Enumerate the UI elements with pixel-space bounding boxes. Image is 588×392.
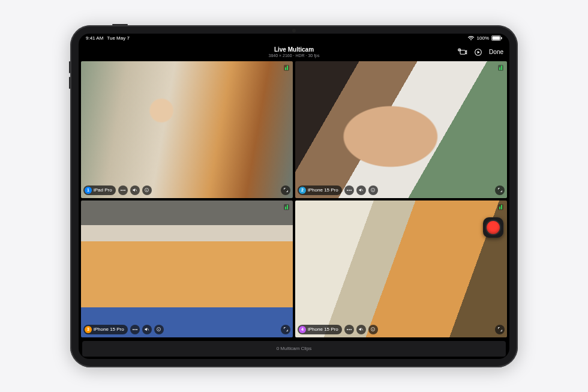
camera-feed-3[interactable]: 3 iPhone 15 Pro	[81, 201, 293, 337]
info-button[interactable]	[368, 325, 378, 334]
info-button[interactable]	[142, 185, 152, 195]
multicam-clips-bar[interactable]: 0 Multicam Clips	[82, 341, 506, 357]
play-button[interactable]	[473, 47, 483, 57]
feed-index-badge: 2	[299, 187, 306, 194]
ipad-device-frame: 9:41 AM Tue May 7 100% Live Multicam 384…	[70, 25, 518, 367]
front-camera-dot	[292, 29, 296, 32]
status-time: 9:41 AM	[86, 35, 103, 41]
mute-button[interactable]	[356, 185, 366, 195]
expand-feed-button[interactable]	[495, 325, 505, 334]
svg-line-9	[362, 189, 363, 191]
audio-level-indicator	[498, 65, 503, 71]
battery-percent: 100%	[477, 35, 489, 41]
record-icon	[487, 221, 500, 234]
audio-level-indicator	[284, 204, 289, 210]
status-date: Tue May 7	[107, 35, 130, 41]
hardware-volume-down	[69, 77, 70, 89]
camera-feed-2[interactable]: 2 iPhone 15 Pro	[295, 61, 507, 198]
feed-device-pill[interactable]: 1 iPad Pro	[83, 185, 116, 195]
clipbar-text: 0 Multicam Clips	[277, 346, 312, 351]
more-options-button[interactable]	[344, 185, 354, 195]
mute-button[interactable]	[356, 325, 366, 334]
feed-device-pill[interactable]: 3 iPhone 15 Pro	[83, 325, 128, 334]
mute-button[interactable]	[142, 325, 152, 334]
record-button[interactable]	[483, 217, 503, 238]
feed-device-label: iPad Pro	[94, 187, 112, 193]
page-subtitle: 3840 × 2160 · HDR · 30 fps	[268, 53, 319, 58]
more-options-button[interactable]	[118, 185, 128, 195]
done-button[interactable]: Done	[489, 49, 503, 55]
svg-point-17	[373, 328, 373, 329]
svg-line-12	[148, 328, 149, 331]
status-bar: 9:41 AM Tue May 7 100%	[79, 34, 509, 43]
camera-feed-1[interactable]: 1 iPad Pro	[81, 61, 293, 198]
info-button[interactable]	[368, 185, 378, 195]
svg-point-11	[373, 189, 373, 190]
svg-line-15	[362, 328, 363, 331]
expand-feed-button[interactable]	[281, 325, 290, 334]
feed-device-label: iPhone 15 Pro	[308, 187, 338, 193]
add-camera-button[interactable]	[458, 47, 467, 57]
hardware-power-button	[112, 24, 128, 25]
feed-device-pill[interactable]: 2 iPhone 15 Pro	[298, 185, 342, 195]
svg-line-6	[136, 189, 137, 191]
feed-device-label: iPhone 15 Pro	[94, 327, 124, 332]
camera-feed-4[interactable]: 4 iPhone 15 Pro	[295, 201, 507, 337]
page-title: Live Multicam	[268, 46, 319, 53]
screen: 9:41 AM Tue May 7 100% Live Multicam 384…	[79, 34, 509, 359]
feed-index-badge: 4	[299, 326, 306, 333]
wifi-icon	[467, 35, 475, 41]
more-options-button[interactable]	[344, 325, 354, 334]
svg-rect-3	[460, 50, 466, 54]
expand-feed-button[interactable]	[495, 185, 505, 195]
mute-button[interactable]	[130, 185, 140, 195]
feed-device-label: iPhone 15 Pro	[308, 327, 338, 332]
svg-rect-1	[493, 37, 500, 40]
multicam-grid: 1 iPad Pro	[79, 61, 509, 337]
svg-rect-2	[501, 37, 502, 40]
svg-point-8	[146, 189, 147, 190]
feed-index-badge: 1	[85, 187, 92, 194]
more-options-button[interactable]	[130, 325, 140, 334]
feed-device-pill[interactable]: 4 iPhone 15 Pro	[298, 325, 342, 334]
feed-index-badge: 3	[85, 326, 92, 333]
audio-level-indicator	[498, 204, 503, 210]
expand-feed-button[interactable]	[281, 185, 290, 195]
svg-point-14	[158, 328, 159, 329]
hardware-volume-up	[69, 61, 70, 73]
app-header: Live Multicam 3840 × 2160 · HDR · 30 fps…	[79, 43, 509, 61]
audio-level-indicator	[284, 65, 289, 71]
battery-icon	[491, 35, 502, 41]
info-button[interactable]	[154, 325, 164, 334]
